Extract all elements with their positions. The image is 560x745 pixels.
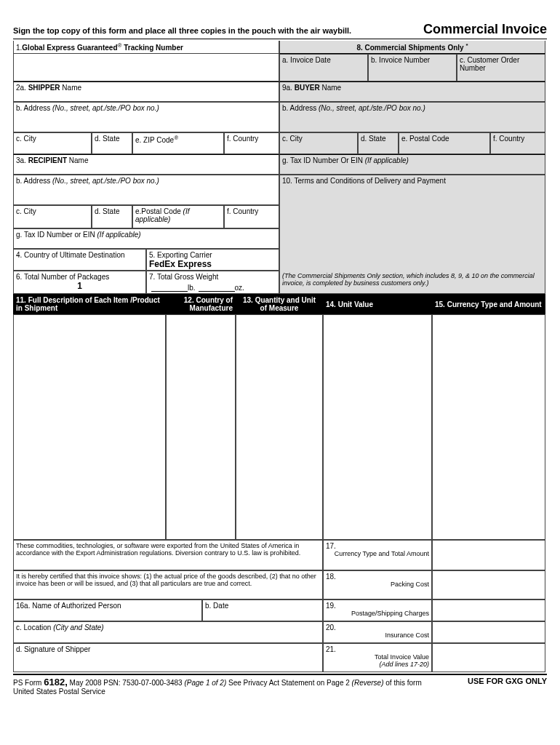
field-2e-zip[interactable]: e. ZIP Code® (132, 132, 224, 154)
field-10-body2[interactable] (279, 228, 545, 249)
field-17-label: 17. Currency Type and Total Amount (323, 540, 432, 570)
field-2b-address[interactable]: b. Address (No., street, apt./ste./PO bo… (13, 102, 279, 132)
field-9a-buyer[interactable]: 9a. BUYER Name (279, 81, 545, 102)
col-11-header: 11. Full Description of Each Item /Produ… (13, 294, 166, 314)
col-13-body[interactable] (236, 314, 323, 540)
field-3e-postal[interactable]: e.Postal Code (If applicable) (132, 205, 224, 228)
field-21-label: 21. Total Invoice Value (Add lines 17-20… (323, 643, 432, 672)
field-9f-country[interactable]: f. Country (490, 132, 545, 154)
field-16b-date[interactable]: b. Date (202, 599, 323, 621)
field-8a[interactable]: a. Invoice Date (279, 54, 368, 81)
cert-text-2: It is hereby certified that this invoice… (13, 570, 323, 599)
footer-use: USE FOR GXG ONLY (468, 677, 547, 696)
col-12-header: 12. Country of Manufacture (166, 294, 236, 314)
field-8b[interactable]: b. Invoice Number (368, 54, 457, 81)
field-9b-address[interactable]: b. Address (No., street, apt./ste./PO bo… (279, 102, 545, 132)
field-9c-city[interactable]: c. City (279, 132, 358, 154)
footer: PS Form 6182, May 2008 PSN: 7530-07-000-… (13, 674, 547, 696)
field-2a-shipper[interactable]: 2a. SHIPPER Name (13, 81, 279, 102)
col-11-body[interactable] (13, 314, 166, 540)
field-9d-state[interactable]: d. State (358, 132, 399, 154)
field-18-value[interactable] (432, 570, 545, 599)
field-16c-location[interactable]: c. Location (City and State) (13, 621, 323, 643)
field-20-value[interactable] (432, 621, 545, 643)
field-3b-address[interactable]: b. Address (No., street, apt./ste./PO bo… (13, 175, 279, 205)
cert-text-1: These commodities, technologies, or soft… (13, 540, 323, 570)
field-3c-city[interactable]: c. City (13, 205, 92, 228)
col-14-body[interactable] (323, 314, 432, 540)
header-row: Sign the top copy of this form and place… (13, 22, 547, 39)
field-20-label: 20. Insurance Cost (323, 621, 432, 643)
col-12-body[interactable] (166, 314, 236, 540)
field-3a-recipient[interactable]: 3a. RECIPIENT Name (13, 154, 279, 175)
field-3f-country[interactable]: f. Country (224, 205, 279, 228)
field-6-packages[interactable]: 6. Total Number of Packages 1 (13, 271, 146, 294)
field-10-terms[interactable]: 10. Terms and Conditions of Delivery and… (279, 175, 545, 205)
field-2d-state[interactable]: d. State (92, 132, 132, 154)
field-8c[interactable]: c. Customer Order Number (457, 54, 545, 81)
field-19-value[interactable] (432, 599, 545, 621)
field-3d-state[interactable]: d. State (92, 205, 132, 228)
col-14-header: 14. Unit Value (323, 294, 432, 314)
form-title: Commercial Invoice (423, 22, 547, 37)
field-10-body[interactable] (279, 205, 545, 228)
field-19-label: 19. Postage/Shipping Charges (323, 599, 432, 621)
field-9g-taxid[interactable]: g. Tax ID Number Or EIN (If applicable) (279, 154, 545, 175)
field-6-value: 1 (16, 281, 143, 291)
field-21-value[interactable] (432, 643, 545, 672)
col-15-body[interactable] (432, 314, 545, 540)
field-7-weight[interactable]: 7. Total Gross Weight lb. oz. (146, 271, 279, 294)
field-3g-taxid[interactable]: g. Tax ID Number or EIN (If applicable) (13, 228, 279, 249)
field-17-value[interactable] (432, 540, 545, 570)
field-1-tracking[interactable]: 1.Global Express Guaranteed® Tracking Nu… (13, 41, 279, 54)
field-10-body3[interactable] (279, 249, 545, 271)
field-2f-country[interactable]: f. Country (224, 132, 279, 154)
field-4-destination[interactable]: 4. Country of Ultimate Destination (13, 249, 146, 271)
field-5-value: FedEx Express (149, 259, 276, 269)
instruction-text: Sign the top copy of this form and place… (13, 26, 423, 35)
note-commercial: (The Commercial Shipments Only section, … (279, 271, 545, 294)
field-2c-city[interactable]: c. City (13, 132, 92, 154)
field-8-header: 8. Commercial Shipments Only * (279, 41, 545, 54)
field-16d-signature[interactable]: d. Signature of Shipper (13, 643, 323, 672)
field-1-body[interactable] (13, 54, 279, 81)
field-16a-name[interactable]: 16a. Name of Authorized Person (13, 599, 202, 621)
col-13-header: 13. Quantity and Unit of Measure (236, 294, 323, 314)
field-9e-postal[interactable]: e. Postal Code (399, 132, 490, 154)
field-5-carrier[interactable]: 5. Exporting Carrier FedEx Express (146, 249, 279, 271)
field-18-label: 18. Packing Cost (323, 570, 432, 599)
col-15-header: 15. Currency Type and Amount (432, 294, 545, 314)
